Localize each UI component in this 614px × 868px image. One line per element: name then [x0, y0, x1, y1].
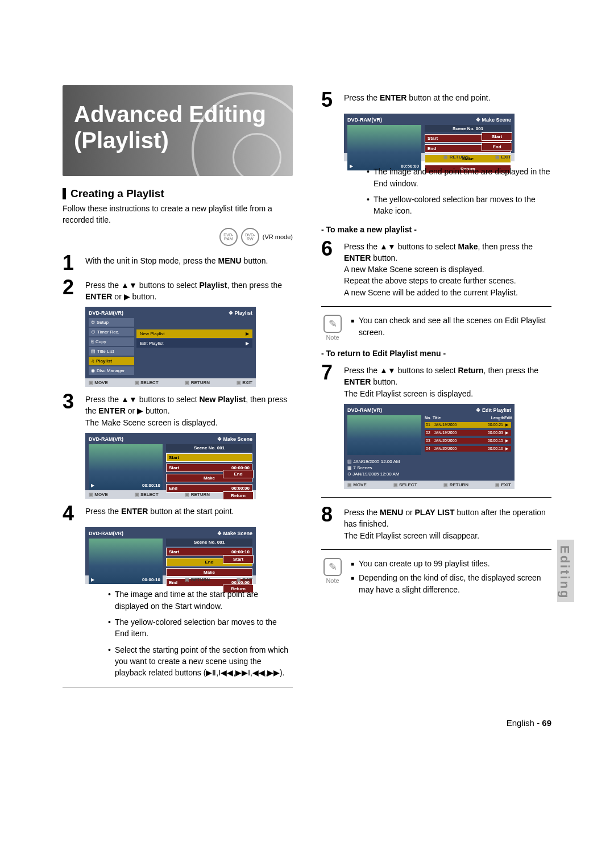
- scr-btn-start: Start: [166, 453, 252, 462]
- note-icon: ✎: [323, 558, 342, 576]
- menu-item-timer: ⏱Timer Rec.: [89, 328, 134, 336]
- step-6-text: Press the ▲▼ buttons to select Make, the…: [344, 240, 551, 298]
- playlist-row: 03 JAN/20/2005 00:00:15 ▶: [425, 438, 511, 444]
- right-column: 5 Press the ENTER button at the end poin…: [321, 85, 551, 695]
- note-1-text: You can check and see all the scenes on …: [351, 315, 551, 341]
- subhead-return: - To return to Edit Playlist menu -: [321, 349, 551, 358]
- step-4-bullets: The image and time at the start point ar…: [85, 589, 293, 678]
- step-number-7: 7: [321, 364, 338, 399]
- scr-thumbnail: ▶ 00:00:10: [89, 444, 163, 490]
- scr-header-left: DVD-RAM(VR): [89, 310, 123, 316]
- hero-title: Advanced Editing (Playlist): [74, 101, 266, 153]
- menu-item-titlelist: ▤Title List: [89, 347, 134, 356]
- menu-item-playlist: ♫Playlist: [89, 357, 134, 365]
- edit-playlist-screenshot: DVD-RAM(VR) ❖ Edit Playlist No. Title Le…: [344, 404, 515, 489]
- step-number-5: 5: [321, 91, 338, 109]
- step-number-1: 1: [63, 254, 80, 272]
- hero-title-line1: Advanced Editing: [74, 102, 266, 127]
- hero-title-line2: (Playlist): [74, 128, 169, 153]
- step-number-8: 8: [321, 506, 338, 541]
- step-number-6: 6: [321, 240, 338, 298]
- menu-sub-new: New Playlist▶: [136, 329, 252, 338]
- playlist-row: 04 JAN/20/2005 00:00:16 ▶: [425, 446, 511, 452]
- scr-btn-end-lbl: End: [223, 470, 254, 478]
- menu-right-list: New Playlist▶ Edit Playlist▶: [136, 318, 252, 375]
- section-intro: Follow these instructions to create a ne…: [63, 203, 293, 226]
- step-5-bullets: The image and end point time are display…: [344, 166, 551, 216]
- make-scene-screenshot-1: DVD-RAM(VR) ❖ Make Scene ▶ 00:00:10 Scen…: [85, 433, 256, 499]
- playlist-menu-screenshot: DVD-RAM(VR) ❖ Playlist ⚙Setup ⏱Timer Rec…: [85, 307, 256, 387]
- step-4-text: Press the ENTER button at the start poin…: [85, 504, 234, 523]
- dvd-ram-badge-icon: DVD-RAM: [219, 228, 238, 246]
- dvd-rw-badge-icon: DVD-RW: [241, 228, 259, 246]
- vr-mode-label: (VR mode): [263, 233, 293, 240]
- scr-header-right: ❖ Playlist: [229, 310, 252, 316]
- note-label: Note: [321, 577, 344, 584]
- note-2-text: You can create up to 99 playlist titles.…: [351, 558, 551, 598]
- step-2-text: Press the ▲▼ buttons to select Playlist,…: [85, 278, 293, 303]
- menu-item-discmgr: ◉Disc Manager: [89, 366, 134, 375]
- left-column: Advanced Editing (Playlist) Creating a P…: [63, 85, 293, 695]
- menu-left-list: ⚙Setup ⏱Timer Rec. ⎘Copy ▤Title List ♫Pl…: [89, 318, 134, 375]
- subhead-make: - To make a new playlist -: [321, 225, 551, 234]
- note-icon: ✎: [323, 315, 342, 333]
- step-3-text: Press the ▲▼ buttons to select New Playl…: [85, 393, 293, 428]
- make-scene-screenshot-3: DVD-RAM(VR) ❖ Make Scene ▶ 00:50:00 Scen…: [344, 114, 515, 161]
- side-tab-label: Editing: [557, 545, 572, 600]
- note-label: Note: [321, 334, 344, 341]
- menu-item-copy: ⎘Copy: [89, 337, 134, 346]
- step-number-4: 4: [63, 504, 80, 523]
- hero-banner: Advanced Editing (Playlist): [63, 85, 293, 176]
- menu-sub-edit: Edit Playlist▶: [136, 339, 252, 348]
- step-8-text: Press the MENU or PLAY LIST button after…: [344, 506, 551, 541]
- step-1-text: With the unit in Stop mode, press the ME…: [85, 254, 268, 272]
- step-5-text: Press the ENTER button at the end point.: [344, 91, 491, 109]
- step-7-text: Press the ▲▼ buttons to select Return, t…: [344, 364, 551, 399]
- make-scene-screenshot-2: DVD-RAM(VR) ❖ Make Scene ▶ 00:00:10 Scen…: [85, 527, 256, 584]
- step-number-3: 3: [63, 393, 80, 428]
- scr-footer-bar: MOVE SELECT RETURN EXIT: [85, 378, 256, 387]
- step-number-2: 2: [63, 278, 80, 303]
- page-footer: English - 69: [63, 718, 551, 728]
- playlist-row: 01 JAN/19/2005 00:00:21 ▶: [425, 422, 511, 428]
- scr-btn-ret-lbl: Return: [223, 491, 254, 500]
- section-title: Creating a Playlist: [70, 187, 164, 200]
- section-bar-icon: [63, 188, 66, 199]
- menu-item-setup: ⚙Setup: [89, 318, 134, 327]
- playlist-row: 02 JAN/19/2005 00:00:03 ▶: [425, 430, 511, 436]
